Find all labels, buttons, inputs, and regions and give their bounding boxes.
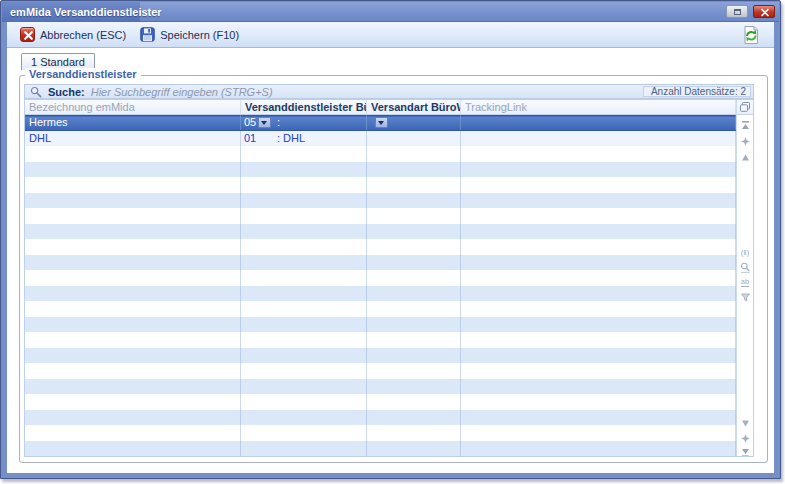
grid-header: Bezeichnung emMidaVersanddienstleister B… (25, 100, 736, 115)
bezeichnung-cell (25, 301, 241, 317)
versandart-cell (367, 146, 461, 162)
grid-row-dhl[interactable]: DHL01: DHL (25, 131, 736, 147)
versanddienstleister-cell (241, 193, 367, 209)
close-button[interactable] (753, 5, 775, 18)
save-button[interactable]: Speichern (F10) (133, 25, 246, 44)
bezeichnung-cell (25, 348, 241, 364)
versandart-cell (367, 255, 461, 271)
first-record-button[interactable] (739, 119, 751, 131)
grid-row-empty[interactable] (25, 270, 736, 286)
grid-row-empty[interactable] (25, 301, 736, 317)
grid-row-hermes[interactable]: Hermes05: (25, 115, 736, 131)
versandart-cell (367, 425, 461, 441)
zoom-button[interactable] (739, 261, 751, 273)
bezeichnung-cell: Hermes (25, 115, 241, 130)
refresh-button[interactable] (741, 25, 761, 45)
filter-button[interactable] (739, 291, 751, 303)
versandart-dropdown-button[interactable] (375, 117, 388, 128)
versandart-cell (367, 177, 461, 193)
grid-row-empty[interactable] (25, 425, 736, 441)
last-record-button[interactable] (739, 446, 751, 457)
grid-row-empty[interactable] (25, 224, 736, 240)
bezeichnung-cell (25, 394, 241, 410)
versanddienstleister-cell (241, 255, 367, 271)
grid-row-empty[interactable] (25, 177, 736, 193)
column-resize-button[interactable]: (‖) (739, 246, 751, 258)
next-page-button[interactable] (739, 432, 751, 444)
bezeichnung-cell (25, 332, 241, 348)
bezeichnung-cell (25, 363, 241, 379)
grid-row-empty[interactable] (25, 348, 736, 364)
magnifier-icon (30, 86, 42, 98)
zoom-icon (740, 262, 751, 273)
trackinglink-cell (461, 208, 736, 224)
grid-row-empty[interactable] (25, 286, 736, 302)
bezeichnung-text: Hermes (29, 115, 68, 130)
bezeichnung-cell (25, 286, 241, 302)
maximize-button[interactable] (726, 5, 748, 18)
grid-body: Hermes05:DHL01: DHL (25, 115, 736, 456)
search-label: Suche: (48, 86, 85, 98)
trackinglink-cell (461, 301, 736, 317)
window: emMida Versanddienstleister Abbrechen (E… (0, 0, 781, 479)
tab-standard-label: 1 Standard (31, 56, 85, 68)
vdl-dropdown-button[interactable] (258, 117, 271, 128)
grid-row-empty[interactable] (25, 363, 736, 379)
grid-row-empty[interactable] (25, 317, 736, 333)
titlebar[interactable]: emMida Versanddienstleister (2, 2, 779, 22)
versanddienstleister-cell (241, 286, 367, 302)
grid-row-empty[interactable] (25, 146, 736, 162)
cancel-label: Abbrechen (ESC) (40, 29, 126, 41)
versanddienstleister-cell (241, 363, 367, 379)
versandart-cell (367, 239, 461, 255)
prior-page-button[interactable] (739, 135, 751, 147)
search-input[interactable] (91, 85, 643, 98)
next-page-icon (740, 433, 751, 444)
trackinglink-cell (461, 317, 736, 333)
grid-row-empty[interactable] (25, 255, 736, 271)
versandart-cell (367, 301, 461, 317)
versanddienstleister-cell (241, 239, 367, 255)
bezeichnung-cell (25, 425, 241, 441)
grid-row-empty[interactable] (25, 379, 736, 395)
titlebar-buttons (726, 5, 775, 18)
bezeichnung-cell (25, 146, 241, 162)
next-record-icon (740, 418, 751, 429)
versanddienstleister-cell (241, 146, 367, 162)
bezeichnung-cell (25, 177, 241, 193)
first-record-icon (740, 120, 751, 131)
column-header-3[interactable]: Versandart BüroWARE (367, 100, 461, 114)
grid-row-empty[interactable] (25, 193, 736, 209)
bezeichnung-cell (25, 224, 241, 240)
cancel-button[interactable]: Abbrechen (ESC) (13, 25, 133, 44)
grid-side-strip: (‖) ab (736, 100, 753, 456)
versandart-cell (367, 410, 461, 426)
trackinglink-cell (461, 425, 736, 441)
grid-row-empty[interactable] (25, 162, 736, 178)
grid-row-empty[interactable] (25, 332, 736, 348)
versanddienstleister-cell (241, 270, 367, 286)
trackinglink-cell (461, 146, 736, 162)
grid-row-empty[interactable] (25, 441, 736, 457)
text-search-icon: ab (741, 278, 749, 287)
trackinglink-cell (461, 348, 736, 364)
grid-row-empty[interactable] (25, 239, 736, 255)
versandart-cell (367, 286, 461, 302)
column-header-1[interactable]: Bezeichnung emMida (25, 100, 241, 114)
column-header-2[interactable]: Versanddienstleister BüroWARE (241, 100, 367, 114)
grid-row-empty[interactable] (25, 410, 736, 426)
bezeichnung-cell (25, 410, 241, 426)
trackinglink-cell (461, 363, 736, 379)
text-search-button[interactable]: ab (739, 276, 751, 288)
grid-row-empty[interactable] (25, 208, 736, 224)
grid-row-empty[interactable] (25, 394, 736, 410)
prior-record-button[interactable] (739, 151, 751, 163)
versandart-cell (367, 162, 461, 178)
bezeichnung-cell (25, 317, 241, 333)
versandart-cell (367, 379, 461, 395)
bezeichnung-cell (25, 379, 241, 395)
next-record-button[interactable] (739, 417, 751, 429)
column-chooser-button[interactable] (737, 100, 753, 115)
vdl-code-text: 01 (244, 131, 256, 146)
column-header-4[interactable]: TrackingLink (461, 100, 736, 114)
